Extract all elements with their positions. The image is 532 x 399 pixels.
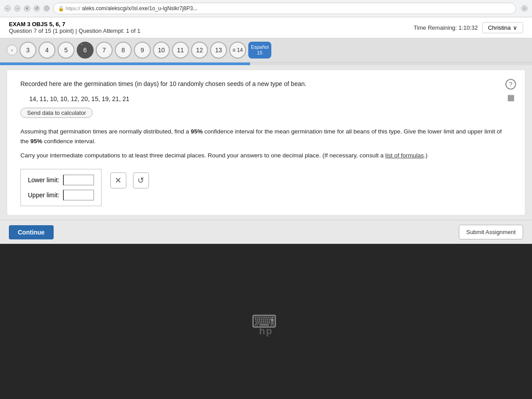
- content-area: ? ▦ Recorded here are the germination ti…: [7, 70, 525, 215]
- exam-info-block: EXAM 3 OBJS 5, 6, 7 Question 7 of 15 (1 …: [9, 21, 141, 34]
- question-nav-espanol-15[interactable]: Español15: [248, 42, 271, 59]
- question-nav-8[interactable]: 8: [115, 42, 132, 59]
- question-nav-7[interactable]: 7: [96, 42, 113, 59]
- user-menu-btn[interactable]: Christina ∨: [482, 22, 523, 33]
- x-icon: ✕: [115, 176, 121, 185]
- help-icon[interactable]: ?: [505, 79, 516, 90]
- nav-left-arrow[interactable]: ‹: [7, 45, 17, 55]
- back-btn[interactable]: ←: [4, 5, 11, 12]
- assumption-text: Assuming that germination times are norm…: [20, 127, 512, 146]
- reload-btn[interactable]: ↺: [34, 5, 40, 12]
- clear-btn[interactable]: ✕: [110, 172, 126, 188]
- upper-limit-input[interactable]: [63, 190, 94, 200]
- exam-title: EXAM 3 OBJS 5, 6, 7: [9, 21, 141, 27]
- question-nav-3[interactable]: 3: [20, 42, 36, 59]
- user-name: Christina: [488, 24, 511, 31]
- upper-limit-label: Upper limit:: [28, 192, 59, 199]
- undo-icon: ↺: [137, 176, 144, 185]
- bottom-bar: Continue Submit Assignment: [0, 220, 532, 244]
- time-remaining: Time Remaining: 1:10:32: [414, 24, 478, 31]
- progress-bar-container: [0, 63, 532, 65]
- question-nav-10[interactable]: 10: [153, 42, 170, 59]
- question-nav-14[interactable]: ≡ 14: [229, 42, 246, 59]
- submit-assignment-btn[interactable]: Submit Assignment: [459, 225, 523, 239]
- chevron-down-icon: ∨: [513, 24, 517, 31]
- send-data-btn[interactable]: Send data to calculator: [20, 108, 93, 118]
- info-btn[interactable]: ⓘ: [43, 5, 50, 12]
- close-btn[interactable]: ✕: [24, 5, 30, 12]
- question-nav-12[interactable]: 12: [191, 42, 208, 59]
- keyboard-area: ⌨ hp: [0, 244, 532, 399]
- data-values: 14, 11, 10, 10, 12, 20, 15, 19, 21, 21: [29, 95, 512, 102]
- lower-limit-label: Lower limit:: [28, 176, 59, 184]
- lower-limit-row: Lower limit:: [28, 175, 94, 185]
- question-nav-13[interactable]: 13: [210, 42, 227, 59]
- question-nav: ‹ 3 4 5 °6 7 8 9 10 11 12 13 ≡ 14 Españo…: [0, 38, 532, 63]
- url-bar[interactable]: 🔒 https:// aleks.com/alekscgi/x/Isl.exe/…: [53, 3, 516, 14]
- upper-limit-row: Upper limit:: [28, 190, 94, 200]
- question-nav-11[interactable]: 11: [172, 42, 189, 59]
- carry-text: Carry your intermediate computations to …: [20, 151, 512, 160]
- progress-bar-fill: [0, 63, 250, 65]
- question-text: Recorded here are the germination times …: [20, 79, 512, 89]
- browser-chrome: ← → ✕ ↺ ⓘ 🔒 https:// aleks.com/alekscgi/…: [0, 0, 532, 17]
- top-bar: EXAM 3 OBJS 5, 6, 7 Question 7 of 15 (1 …: [0, 17, 532, 38]
- undo-btn[interactable]: ↺: [133, 172, 149, 188]
- question-nav-4[interactable]: 4: [39, 42, 55, 59]
- question-nav-9[interactable]: 9: [134, 42, 151, 59]
- inputs-area: Lower limit: Upper limit: ✕ ↺: [20, 169, 512, 206]
- list-of-formulas-link[interactable]: list of formulas: [385, 152, 424, 159]
- continue-btn[interactable]: Continue: [9, 225, 54, 239]
- lower-limit-input[interactable]: [63, 175, 94, 185]
- limits-box: Lower limit: Upper limit:: [20, 169, 102, 206]
- bookmark-btn[interactable]: ☆: [521, 5, 528, 12]
- top-right: Time Remaining: 1:10:32 Christina ∨: [414, 22, 523, 33]
- calculator-icon[interactable]: ▦: [505, 92, 516, 103]
- action-buttons: ✕ ↺: [110, 169, 149, 188]
- question-nav-5[interactable]: 5: [58, 42, 74, 59]
- question-nav-6[interactable]: °6: [77, 42, 94, 59]
- main-content: EXAM 3 OBJS 5, 6, 7 Question 7 of 15 (1 …: [0, 17, 532, 244]
- question-info: Question 7 of 15 (1 point) | Question At…: [9, 27, 141, 34]
- forward-btn[interactable]: →: [14, 5, 20, 12]
